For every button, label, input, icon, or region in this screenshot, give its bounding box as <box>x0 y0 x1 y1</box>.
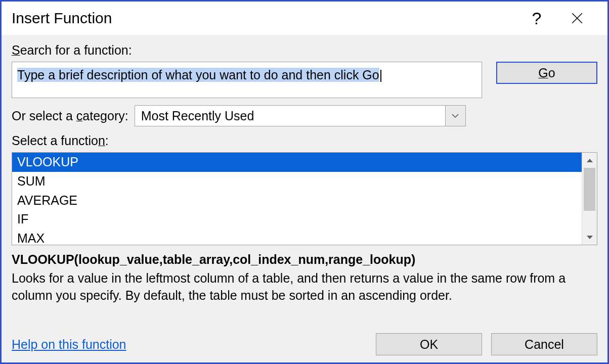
scroll-track[interactable] <box>582 168 597 230</box>
scroll-thumb[interactable] <box>584 168 595 211</box>
scroll-down-button[interactable] <box>582 230 597 245</box>
close-button[interactable] <box>557 3 597 33</box>
insert-function-dialog: Insert Function ? Search for a function:… <box>0 0 609 364</box>
svg-marker-3 <box>587 236 593 239</box>
category-label: Or select a category: <box>12 109 128 123</box>
chevron-down-icon <box>451 113 459 118</box>
dialog-body: Search for a function: Type a brief desc… <box>2 35 607 362</box>
help-button[interactable]: ? <box>516 3 557 33</box>
function-list: VLOOKUPSUMAVERAGEIFMAX <box>12 152 597 245</box>
scrollbar[interactable] <box>582 153 597 245</box>
function-list-items[interactable]: VLOOKUPSUMAVERAGEIFMAX <box>12 153 582 245</box>
function-item[interactable]: SUM <box>12 172 582 191</box>
scroll-up-button[interactable] <box>582 153 597 168</box>
titlebar: Insert Function ? <box>2 2 607 35</box>
help-link[interactable]: Help on this function <box>12 337 126 352</box>
function-signature: VLOOKUP(lookup_value,table_array,col_ind… <box>12 252 597 267</box>
function-item[interactable]: IF <box>12 210 582 229</box>
search-label: Search for a function: <box>12 43 597 58</box>
ok-button[interactable]: OK <box>376 333 482 355</box>
function-list-label: Select a function: <box>12 133 597 148</box>
close-icon <box>571 12 584 25</box>
category-row: Or select a category: Most Recently Used <box>12 105 597 126</box>
chevron-down-icon <box>586 235 593 240</box>
search-input[interactable]: Type a brief description of what you wan… <box>12 62 482 98</box>
category-select[interactable]: Most Recently Used <box>135 105 466 126</box>
cancel-button[interactable]: Cancel <box>491 333 597 355</box>
chevron-up-icon <box>586 158 593 163</box>
dropdown-arrow[interactable] <box>445 106 465 126</box>
function-item[interactable]: VLOOKUP <box>12 153 582 172</box>
svg-marker-2 <box>587 159 593 162</box>
go-button[interactable]: Go <box>496 62 597 84</box>
function-item[interactable]: MAX <box>12 229 582 245</box>
dialog-footer: Help on this function OK Cancel <box>12 333 597 355</box>
search-row: Type a brief description of what you wan… <box>12 62 597 98</box>
dialog-title: Insert Function <box>12 10 516 27</box>
function-description: Looks for a value in the leftmost column… <box>12 270 597 304</box>
function-item[interactable]: AVERAGE <box>12 191 582 210</box>
category-selected: Most Recently Used <box>135 109 445 123</box>
